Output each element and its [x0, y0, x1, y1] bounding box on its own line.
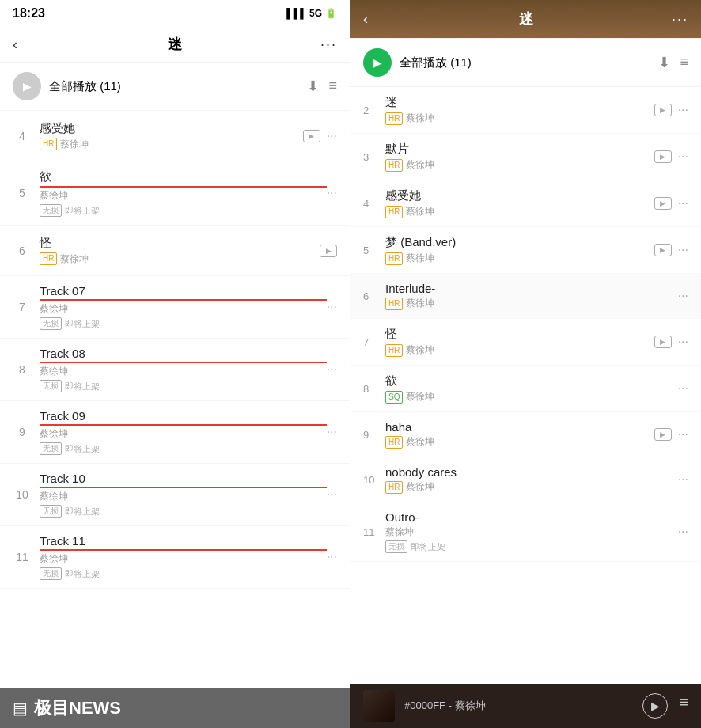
- right-track-item-8[interactable]: 8 欲 SQ 蔡徐坤 ···: [350, 366, 701, 412]
- left-track-item-10[interactable]: 10 Track 10 蔡徐坤 无损 即将上架 ···: [0, 464, 350, 526]
- upcoming-badge: 无损: [40, 380, 62, 392]
- download-icon[interactable]: ⬇: [658, 54, 670, 71]
- left-back-button[interactable]: ‹: [13, 36, 36, 53]
- more-icon[interactable]: ···: [678, 335, 688, 349]
- quality-badge: HR: [385, 344, 403, 357]
- left-more-button[interactable]: ···: [313, 36, 337, 53]
- left-play-all-icon[interactable]: ▶: [13, 72, 41, 100]
- track-actions: ···: [327, 362, 337, 377]
- artist-name: 蔡徐坤: [406, 112, 434, 125]
- artist-name: 蔡徐坤: [40, 302, 68, 316]
- track-name: 怪: [40, 236, 320, 251]
- more-icon[interactable]: ···: [678, 525, 688, 539]
- track-info: 感受她 HR 蔡徐坤: [385, 188, 654, 218]
- artist-name: 蔡徐坤: [406, 435, 434, 449]
- thumbnail-image: [363, 690, 395, 722]
- track-actions: ▶ ···: [303, 129, 337, 143]
- track-name: 默片: [385, 142, 654, 157]
- more-icon[interactable]: ···: [678, 472, 688, 487]
- more-icon[interactable]: ···: [678, 381, 688, 396]
- right-track-item-2[interactable]: 2 迷 HR 蔡徐坤 ▶ ···: [350, 87, 701, 134]
- more-icon[interactable]: ···: [678, 150, 688, 164]
- track-info: Track 10 蔡徐坤 无损 即将上架: [40, 472, 327, 518]
- track-sub: SQ 蔡徐坤: [385, 390, 678, 404]
- right-track-item-3[interactable]: 3 默片 HR 蔡徐坤 ▶ ···: [350, 134, 701, 180]
- more-icon[interactable]: ···: [327, 300, 337, 314]
- mv-icon[interactable]: ▶: [654, 150, 672, 163]
- more-icon[interactable]: ···: [678, 243, 688, 257]
- artist-name: 蔡徐坤: [385, 525, 414, 539]
- right-play-all-icon[interactable]: ▶: [363, 48, 392, 77]
- mv-icon[interactable]: ▶: [303, 130, 320, 142]
- track-badges: 无损 即将上架: [40, 567, 327, 580]
- track-actions: ▶ ···: [654, 335, 688, 349]
- right-more-button[interactable]: ···: [665, 11, 688, 28]
- quality-badge: HR: [40, 252, 57, 265]
- right-track-item-5[interactable]: 5 梦 (Band.ver) HR 蔡徐坤 ▶ ···: [350, 227, 701, 274]
- track-number: 5: [13, 187, 32, 199]
- artist-name: 蔡徐坤: [40, 189, 68, 203]
- track-name: Track 08: [40, 347, 327, 363]
- artist-name: 蔡徐坤: [40, 427, 68, 441]
- right-track-item-10[interactable]: 10 nobody cares HR 蔡徐坤 ···: [350, 457, 701, 502]
- left-track-item-8[interactable]: 8 Track 08 蔡徐坤 无损 即将上架 ···: [0, 339, 350, 401]
- right-track-item-11[interactable]: 11 Outro- 蔡徐坤 无损 即将上架 ···: [350, 502, 701, 562]
- right-track-item-4[interactable]: 4 感受她 HR 蔡徐坤 ▶ ···: [350, 180, 701, 227]
- left-track-item-4[interactable]: 4 感受她 HR 蔡徐坤 ▶ ···: [0, 111, 350, 161]
- right-play-all-row[interactable]: ▶ 全部播放 (11) ⬇ ≡: [350, 39, 701, 87]
- right-track-item-6[interactable]: 6 Interlude- HR 蔡徐坤 ···: [350, 274, 701, 319]
- download-icon[interactable]: ⬇: [307, 78, 319, 95]
- mv-icon[interactable]: ▶: [654, 244, 672, 256]
- artist-name: 蔡徐坤: [40, 490, 68, 503]
- track-info: Interlude- HR 蔡徐坤: [385, 282, 678, 310]
- left-track-item-9[interactable]: 9 Track 09 蔡徐坤 无损 即将上架 ···: [0, 401, 350, 464]
- track-sub: HR 蔡徐坤: [385, 205, 654, 218]
- track-name: 怪: [385, 327, 654, 342]
- more-icon[interactable]: ···: [327, 487, 337, 502]
- mv-icon[interactable]: ▶: [654, 336, 672, 348]
- right-back-button[interactable]: ‹: [363, 11, 387, 28]
- more-icon[interactable]: ···: [327, 550, 337, 564]
- track-actions: ▶ ···: [654, 427, 688, 442]
- left-play-all-row[interactable]: ▶ 全部播放 (11) ⬇ ≡: [0, 63, 350, 111]
- left-track-item-7[interactable]: 7 Track 07 蔡徐坤 无损 即将上架 ···: [0, 276, 350, 339]
- left-track-item-6[interactable]: 6 怪 HR 蔡徐坤 ▶: [0, 226, 350, 276]
- more-icon[interactable]: ···: [327, 186, 337, 200]
- track-sub: HR 蔡徐坤: [385, 252, 654, 265]
- mv-icon[interactable]: ▶: [654, 428, 672, 441]
- now-playing-controls: ▶ ≡: [642, 693, 688, 719]
- track-sub: 蔡徐坤: [40, 365, 327, 378]
- more-icon[interactable]: ···: [678, 196, 688, 210]
- right-track-item-7[interactable]: 7 怪 HR 蔡徐坤 ▶ ···: [350, 319, 701, 366]
- more-icon[interactable]: ···: [327, 129, 337, 143]
- track-number: 9: [363, 429, 379, 441]
- left-track-item-11[interactable]: 11 Track 11 蔡徐坤 无损 即将上架 ···: [0, 526, 350, 589]
- track-actions: ▶ ···: [654, 196, 688, 210]
- track-sub: HR 蔡徐坤: [385, 112, 654, 125]
- mv-icon[interactable]: ▶: [320, 245, 337, 257]
- quality-badge: HR: [40, 138, 57, 150]
- more-icon[interactable]: ···: [678, 427, 688, 442]
- quality-badge: HR: [385, 481, 403, 494]
- track-info: Track 11 蔡徐坤 无损 即将上架: [40, 534, 327, 580]
- track-name: haha: [385, 420, 654, 434]
- playlist-icon[interactable]: ≡: [679, 693, 688, 719]
- play-pause-icon[interactable]: ▶: [642, 693, 668, 719]
- list-sort-icon[interactable]: ≡: [328, 78, 337, 95]
- more-icon[interactable]: ···: [678, 289, 688, 303]
- now-playing-bar[interactable]: #0000FF - 蔡徐坤 ▶ ≡: [350, 684, 701, 728]
- artist-name: 蔡徐坤: [40, 552, 68, 566]
- left-track-item-5[interactable]: 5 欲 蔡徐坤 无损 即将上架 ···: [0, 161, 350, 226]
- more-icon[interactable]: ···: [327, 362, 337, 377]
- track-number: 5: [363, 245, 379, 256]
- list-sort-icon[interactable]: ≡: [680, 54, 688, 71]
- track-actions: ···: [678, 381, 688, 396]
- more-icon[interactable]: ···: [327, 425, 337, 439]
- right-track-item-9[interactable]: 9 haha HR 蔡徐坤 ▶ ···: [350, 412, 701, 457]
- upcoming-badge: 无损: [40, 442, 62, 455]
- more-icon[interactable]: ···: [678, 103, 688, 117]
- mv-icon[interactable]: ▶: [654, 197, 672, 210]
- mv-icon[interactable]: ▶: [654, 104, 672, 116]
- watermark-bar: ▤ 极目NEWS: [0, 688, 350, 728]
- upcoming-text: 即将上架: [411, 541, 445, 553]
